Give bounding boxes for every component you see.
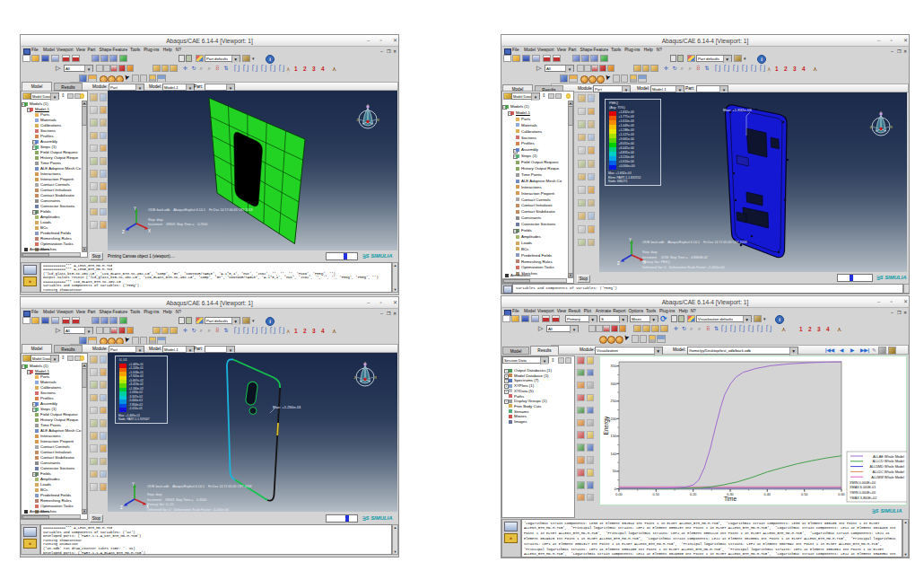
svg-text:0.00: 0.00 [615,493,622,496]
svg-text:100.: 100. [611,452,617,456]
svg-text:0.50: 0.50 [801,493,807,496]
svg-text:Max: +1.250e-01: Max: +1.250e-01 [273,405,301,409]
svg-text:ALLAE Whole Model: ALLAE Whole Model [873,455,904,459]
svg-text:Y: Y [880,111,883,114]
svg-text:ALLDC Whole Model: ALLDC Whole Model [873,470,905,474]
svg-text:X: X [378,119,380,122]
svg-text:X: X [148,229,151,233]
svg-text:Y: Y [367,104,370,107]
svg-text:Z: Z [122,230,125,234]
svg-text:ALLMW Whole Model: ALLMW Whole Model [871,476,904,479]
svg-text:YMIN 0.000E+00: YMIN 0.000E+00 [850,491,876,495]
svg-text:X: X [375,376,378,380]
svg-text:0.60: 0.60 [838,493,844,496]
svg-text:Y: Y [134,206,136,211]
svg-text:0.: 0. [615,487,617,491]
svg-text:0.40: 0.40 [764,493,771,496]
svg-text:50.: 50. [613,470,617,473]
svg-text:Y: Y [629,238,632,242]
svg-text:300.: 300. [611,382,617,386]
svg-text:Time: Time [724,496,737,502]
svg-text:Z: Z [120,505,123,510]
svg-text:YMAX 3.860E+02: YMAX 3.860E+02 [850,496,876,500]
svg-text:Z: Z [617,261,620,266]
svg-text:200.: 200. [611,417,617,421]
svg-text:ALLDMD Whole Model: ALLDMD Whole Model [869,465,904,469]
svg-text:0.10: 0.10 [653,493,659,496]
svg-text:350.: 350. [611,364,617,368]
svg-text:250.: 250. [611,400,617,403]
svg-text:Y: Y [132,482,135,487]
svg-text:Y: Y [364,362,367,364]
svg-text:X: X [891,126,893,129]
svg-text:XMAX 6.000E-01: XMAX 6.000E-01 [850,486,876,489]
svg-text:Energy: Energy [603,416,610,435]
svg-text:0.20: 0.20 [690,493,696,496]
svg-text:ALLCD Whole Model: ALLCD Whole Model [873,460,905,463]
svg-text:Max: +1.832e-03: Max: +1.832e-03 [723,108,752,112]
svg-text:XMIN 0.000E+00: XMIN 0.000E+00 [850,481,876,485]
svg-text:150.: 150. [611,435,617,438]
